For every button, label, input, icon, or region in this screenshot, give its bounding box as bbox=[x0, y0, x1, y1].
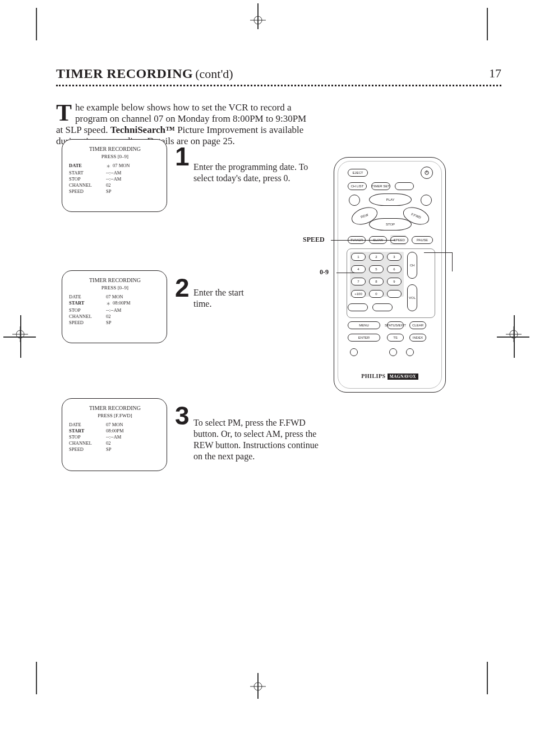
num-blank[interactable] bbox=[387, 290, 402, 298]
num-2[interactable]: 2 bbox=[369, 253, 384, 261]
nav-dot-left[interactable] bbox=[349, 195, 360, 206]
num-4[interactable]: 4 bbox=[351, 265, 366, 273]
pause-button[interactable]: PAUSE bbox=[412, 236, 433, 244]
page-header: TIMER RECORDING (cont'd) 17 bbox=[56, 66, 501, 86]
technisearch-name: TechniSearch™ bbox=[110, 125, 175, 135]
tv-screen-3: TIMER RECORDING PRESS [F.FWD] DATE07 MON… bbox=[62, 398, 167, 471]
callout-speed-line bbox=[331, 240, 395, 241]
enter-button[interactable]: ENTER bbox=[348, 334, 380, 342]
jack-audio bbox=[389, 348, 397, 356]
step-3-text: To select PM, press the F.FWD button. Or… bbox=[193, 417, 328, 462]
step-2-text: Enter the start time. bbox=[193, 287, 255, 310]
step-3: TIMER RECORDING PRESS [F.FWD] DATE07 MON… bbox=[62, 398, 167, 471]
step-number-1: 1 bbox=[175, 141, 190, 172]
stop-button[interactable]: STOP bbox=[369, 218, 412, 231]
dotted-rule bbox=[56, 85, 501, 86]
jack-1 bbox=[350, 348, 358, 356]
remote-brand: PHILIPSMAGNAVOX bbox=[334, 373, 445, 380]
volume-rocker[interactable]: VOL bbox=[407, 284, 417, 311]
callout-numbers-line bbox=[336, 273, 362, 273]
section-title: TIMER RECORDING bbox=[56, 66, 193, 81]
blink-icon: ✶ bbox=[106, 163, 110, 170]
timerset-button[interactable]: TIMER SET bbox=[371, 182, 390, 190]
callout-speed: SPEED bbox=[303, 236, 325, 244]
power-button[interactable] bbox=[421, 167, 433, 179]
num-3[interactable]: 3 bbox=[387, 253, 402, 261]
chlist-button[interactable]: CH LIST bbox=[348, 182, 367, 190]
ts-button[interactable]: TS bbox=[387, 334, 404, 342]
num-6[interactable]: 6 bbox=[387, 265, 402, 273]
page-number: 17 bbox=[489, 66, 501, 81]
num-plus100[interactable]: +100 bbox=[351, 290, 366, 298]
row-bottom-right[interactable] bbox=[372, 303, 393, 311]
step-number-2: 2 bbox=[175, 273, 190, 303]
step-2: TIMER RECORDING PRESS [0–9] DATE07 MON S… bbox=[62, 270, 167, 343]
num-7[interactable]: 7 bbox=[351, 278, 366, 285]
callout-numbers: 0-9 bbox=[320, 268, 329, 276]
play-button[interactable]: PLAY bbox=[369, 193, 412, 206]
remote-control: EJECT CH LIST TIMER SET PLAY REW F.FWD S… bbox=[334, 157, 446, 393]
blank-button[interactable] bbox=[395, 182, 414, 190]
step-1-text: Enter the programming date. To select to… bbox=[193, 162, 328, 184]
callout-pause-line bbox=[424, 252, 452, 253]
dropcap: T bbox=[56, 103, 72, 122]
index-button[interactable]: INDEX bbox=[409, 334, 426, 342]
clear-button[interactable]: CLEAR bbox=[409, 321, 426, 329]
tv-screen-2: TIMER RECORDING PRESS [0–9] DATE07 MON S… bbox=[62, 270, 167, 343]
eject-button[interactable]: EJECT bbox=[348, 169, 368, 177]
menu-button[interactable]: MENU bbox=[348, 321, 380, 329]
channel-rocker[interactable]: CH bbox=[407, 252, 417, 279]
step-number-3: 3 bbox=[175, 400, 190, 431]
num-0[interactable]: 0 bbox=[369, 290, 384, 298]
num-1[interactable]: 1 bbox=[351, 253, 366, 261]
tv-screen-1: TIMER RECORDING PRESS [0–9] DATE✶07 MON … bbox=[62, 139, 167, 212]
num-5[interactable]: 5 bbox=[369, 265, 384, 273]
section-cont: (cont'd) bbox=[195, 67, 233, 81]
step-1: TIMER RECORDING PRESS [0–9] DATE✶07 MON … bbox=[62, 139, 167, 212]
row-bottom-left[interactable] bbox=[348, 303, 368, 311]
jack-video bbox=[406, 348, 414, 356]
num-9[interactable]: 9 bbox=[387, 278, 402, 285]
status-button[interactable]: STATUS/EXIT bbox=[387, 321, 404, 329]
nav-dot-right[interactable] bbox=[421, 195, 432, 206]
num-8[interactable]: 8 bbox=[369, 278, 384, 285]
blink-icon: ✶ bbox=[106, 300, 110, 307]
